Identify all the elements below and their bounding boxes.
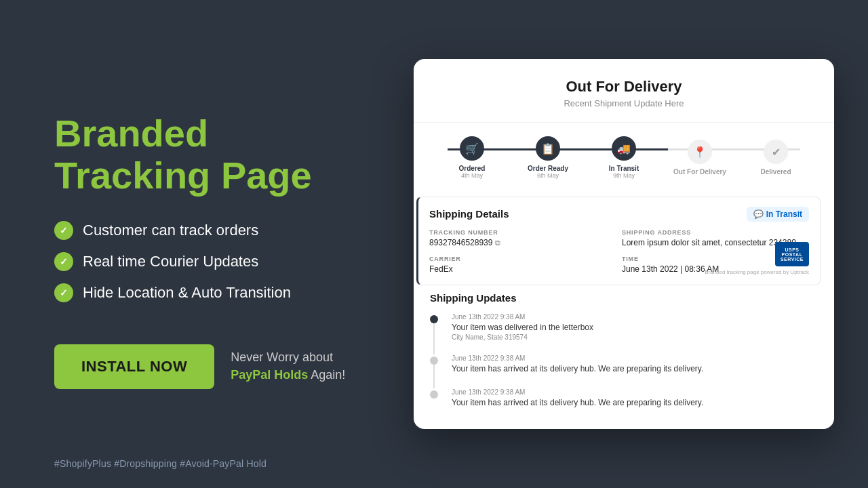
update-text-3: Your item has arrived at its delivery hu… <box>452 397 821 409</box>
update-item-1: June 13th 2022 9:38 AM Your item was del… <box>427 313 821 354</box>
delivery-title: Out For Delivery <box>434 78 814 96</box>
shipping-updates-title: Shipping Updates <box>427 292 821 304</box>
update-content-3: June 13th 2022 9:38 AM Your item has arr… <box>452 388 821 422</box>
update-item-3: June 13th 2022 9:38 AM Your item has arr… <box>427 388 821 422</box>
step-date-order-ready: 6th May <box>537 172 559 179</box>
step-order-ready: 📋 Order Ready 6th May <box>510 136 586 179</box>
update-timeline-1 <box>427 313 441 354</box>
delivery-subtitle: Recent Shipment Update Here <box>434 98 814 108</box>
feature-text-2: Real time Courier Updates <box>83 253 258 270</box>
cta-text: Never Worry about PayPal Holds Again! <box>231 349 345 383</box>
timeline-dot-1 <box>430 315 438 323</box>
progress-bar: 🛒 Ordered 4th May 📋 Order Ready 6th May … <box>434 136 814 179</box>
update-item-2: June 13th 2022 9:38 AM Your item has arr… <box>427 354 821 388</box>
shipping-details-section: Shipping Details 💬 In Transit TRACKING N… <box>416 197 821 285</box>
tracking-number-value: 89327846528939 ⧉ <box>429 238 614 247</box>
step-date-in-transit: 9th May <box>613 172 635 179</box>
powered-by-text: Branded tracking page powered by Uptrack <box>705 269 809 275</box>
update-text-1: Your item was delivered in the letterbox <box>452 322 821 333</box>
features-list: ✓ Customer can track orders ✓ Real time … <box>54 221 353 314</box>
update-content-1: June 13th 2022 9:38 AM Your item was del… <box>452 313 821 354</box>
tracking-card: Out For Delivery Recent Shipment Update … <box>414 59 834 428</box>
update-content-2: June 13th 2022 9:38 AM Your item has arr… <box>452 354 821 388</box>
carrier-value: FedEx <box>429 264 614 274</box>
update-text-2: Your item has arrived at its delivery hu… <box>452 363 821 375</box>
headline: Branded Tracking Page <box>54 113 353 196</box>
progress-section: 🛒 Ordered 4th May 📋 Order Ready 6th May … <box>414 123 834 190</box>
usps-logo-text: USPSPOSTAL SERVICE <box>775 247 809 262</box>
check-icon-2: ✓ <box>54 252 73 271</box>
hashtags: #ShopifyPlus #Dropshipping #Avoid-PayPal… <box>54 458 267 469</box>
usps-logo: USPSPOSTAL SERVICE <box>775 242 809 266</box>
cta-highlight: PayPal Holds <box>231 368 308 382</box>
shipping-updates-section: Shipping Updates June 13th 2022 9:38 AM … <box>427 292 821 422</box>
list-item: ✓ Real time Courier Updates <box>54 252 353 271</box>
update-time-3: June 13th 2022 9:38 AM <box>452 388 821 396</box>
step-icon-ordered: 🛒 <box>460 136 484 161</box>
timeline-line-2 <box>433 365 435 388</box>
headline-line2: Tracking Page <box>54 154 312 197</box>
right-panel: Out For Delivery Recent Shipment Update … <box>393 0 868 488</box>
update-time-1: June 13th 2022 9:38 AM <box>452 313 821 321</box>
step-icon-delivered: ✔ <box>764 140 788 164</box>
step-date-ordered: 4th May <box>461 172 483 179</box>
carrier-label: CARRIER <box>429 256 614 262</box>
step-ordered: 🛒 Ordered 4th May <box>434 136 510 179</box>
step-icon-out-for-delivery: 📍 <box>688 140 712 164</box>
step-icon-order-ready: 📋 <box>536 136 560 161</box>
install-now-button[interactable]: INSTALL NOW <box>54 344 214 389</box>
update-timeline-2 <box>427 354 441 388</box>
carrier-item: CARRIER FedEx <box>429 256 614 274</box>
feature-text-3: Hide Location & Auto Transition <box>83 284 291 302</box>
timeline-line-1 <box>433 323 435 354</box>
step-label-in-transit: In Transit <box>609 165 639 172</box>
address-label: SHIPPING ADDRESS <box>622 229 806 236</box>
badge-text: In Transit <box>766 209 802 219</box>
step-label-ordered: Ordered <box>459 165 486 172</box>
step-delivered: ✔ Delivered <box>738 140 814 176</box>
step-label-out-for-delivery: Out For Delivery <box>673 168 726 176</box>
cta-text-after: Again! <box>311 368 345 382</box>
step-out-for-delivery: 📍 Out For Delivery <box>662 140 738 176</box>
cta-text-before: Never Worry about <box>231 350 333 364</box>
update-location-1: City Name, State 319574 <box>452 333 821 341</box>
step-icon-in-transit: 🚚 <box>612 136 636 161</box>
tracking-number-label: TRACKING NUMBER <box>429 229 614 236</box>
left-panel: Branded Tracking Page ✓ Customer can tra… <box>0 0 393 488</box>
check-icon-3: ✓ <box>54 283 73 302</box>
carrier-logo-area: USPSPOSTAL SERVICE Branded tracking page… <box>705 242 809 275</box>
timeline-dot-3 <box>430 390 438 399</box>
tracking-number-item: TRACKING NUMBER 89327846528939 ⧉ <box>429 229 614 247</box>
headline-line1: Branded <box>54 112 208 155</box>
copy-icon[interactable]: ⧉ <box>495 239 500 247</box>
list-item: ✓ Hide Location & Auto Transition <box>54 283 353 302</box>
tracking-number: 89327846528939 <box>429 238 492 247</box>
delivery-header: Out For Delivery Recent Shipment Update … <box>414 59 834 123</box>
in-transit-badge: 💬 In Transit <box>747 207 809 222</box>
update-time-2: June 13th 2022 9:38 AM <box>452 354 821 362</box>
check-icon-1: ✓ <box>54 221 73 240</box>
feature-text-1: Customer can track orders <box>83 222 258 239</box>
cta-row: INSTALL NOW Never Worry about PayPal Hol… <box>54 344 353 389</box>
update-timeline-3 <box>427 388 441 422</box>
list-item: ✓ Customer can track orders <box>54 221 353 240</box>
step-label-order-ready: Order Ready <box>528 165 568 172</box>
step-label-delivered: Delivered <box>760 168 791 176</box>
timeline-dot-2 <box>430 357 438 365</box>
step-in-transit: 🚚 In Transit 9th May <box>586 136 662 179</box>
chat-icon: 💬 <box>753 209 764 219</box>
